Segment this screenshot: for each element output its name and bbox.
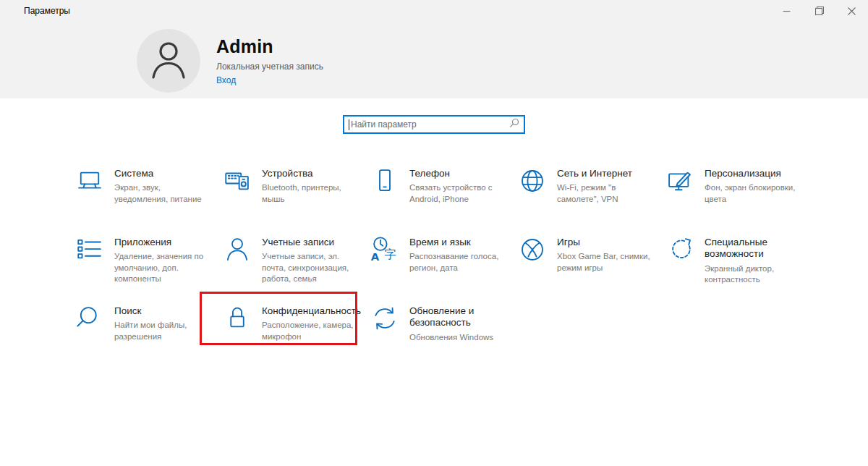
tile-title: Поиск (114, 305, 212, 317)
window-controls (770, 0, 868, 22)
tile-title: Обновление и безопасность (409, 305, 507, 329)
tile-time-language[interactable]: A 字 Время и язык Распознавание голоса, р… (359, 230, 507, 299)
settings-window: Параметры (0, 0, 868, 466)
tile-ease-of-access[interactable]: Специальные возможности Экранный диктор,… (655, 230, 802, 299)
network-icon (517, 166, 548, 196)
phone-icon (370, 166, 400, 196)
tile-privacy[interactable]: Конфиденциальность Расположение, камера,… (212, 299, 359, 368)
tile-subtitle: Расположение, камера, микрофон (262, 320, 361, 342)
svg-text:字: 字 (384, 247, 396, 261)
tile-subtitle: Распознавание голоса, регион, дата (409, 251, 507, 273)
search-box[interactable] (343, 115, 525, 134)
svg-text:A: A (371, 250, 380, 263)
accounts-icon (222, 234, 252, 265)
tile-system[interactable]: Система Экран, звук, уведомления, питани… (64, 161, 212, 230)
tile-accounts[interactable]: Учетные записи Учетные записи, эл. почта… (212, 230, 359, 299)
tile-subtitle: Удаление, значения по умолчанию, доп. ко… (114, 251, 212, 284)
tile-subtitle: Найти мои файлы, разрешения (114, 320, 212, 342)
tile-subtitle: Обновления Windows (409, 332, 507, 343)
account-type-label: Локальная учетная запись (216, 62, 323, 72)
tile-subtitle: Связать устройство с Android, iPhone (409, 182, 507, 204)
restore-icon (815, 7, 824, 15)
apps-icon (75, 234, 105, 265)
restore-button[interactable] (803, 0, 835, 22)
gaming-icon (517, 234, 548, 265)
user-name: Admin (216, 36, 323, 57)
tile-network[interactable]: Сеть и Интернет Wi-Fi, режим "в самолете… (507, 161, 655, 230)
settings-tile-grid: Система Экран, звук, уведомления, питани… (64, 161, 804, 368)
tile-subtitle: Wi-Fi, режим "в самолете", VPN (557, 182, 655, 204)
tile-title: Телефон (409, 168, 507, 179)
minimize-icon (783, 7, 791, 15)
user-account-section: Admin Локальная учетная запись Вход (137, 29, 323, 93)
person-silhouette-icon (150, 38, 187, 83)
devices-icon (222, 166, 252, 196)
tile-gaming[interactable]: Игры Xbox Game Bar, снимки, режим игры (507, 230, 655, 299)
search-tile-icon (75, 303, 105, 334)
tile-search[interactable]: Поиск Найти мои файлы, разрешения (64, 299, 212, 368)
titlebar: Параметры (0, 0, 868, 22)
tile-subtitle: Xbox Game Bar, снимки, режим игры (557, 251, 655, 273)
tile-title: Специальные возможности (705, 237, 802, 260)
tile-update-security[interactable]: Обновление и безопасность Обновления Win… (359, 299, 507, 368)
tile-title: Время и язык (409, 237, 507, 248)
tile-subtitle: Фон, экран блокировки, цвета (705, 182, 802, 204)
tile-title: Учетные записи (262, 237, 359, 248)
system-icon (75, 166, 105, 196)
user-info: Admin Локальная учетная запись Вход (216, 29, 323, 85)
ease-of-access-icon (665, 234, 695, 265)
tile-title: Персонализация (705, 168, 802, 179)
time-language-icon: A 字 (370, 234, 400, 265)
update-security-icon (370, 303, 400, 334)
search-row (0, 115, 868, 134)
tile-title: Игры (557, 237, 655, 248)
tile-subtitle: Bluetooth, принтеры, мышь (262, 182, 359, 204)
close-button[interactable] (835, 0, 868, 22)
tile-subtitle: Экранный диктор, контрастность (705, 263, 802, 285)
personalization-icon (665, 166, 695, 196)
tile-subtitle: Учетные записи, эл. почта, синхронизация… (262, 251, 359, 284)
tile-personalization[interactable]: Персонализация Фон, экран блокировки, цв… (655, 161, 802, 230)
sign-in-link[interactable]: Вход (216, 75, 323, 85)
privacy-lock-icon (222, 303, 252, 334)
minimize-button[interactable] (770, 0, 803, 22)
avatar[interactable] (137, 29, 200, 93)
tile-devices[interactable]: Устройства Bluetooth, принтеры, мышь (212, 161, 359, 230)
tile-phone[interactable]: Телефон Связать устройство с Android, iP… (359, 161, 507, 230)
search-icon[interactable] (509, 118, 519, 131)
header: Параметры (0, 0, 868, 98)
search-input[interactable] (351, 119, 506, 130)
tile-title: Устройства (262, 168, 359, 179)
text-caret (349, 119, 349, 130)
tile-title: Конфиденциальность (262, 305, 361, 317)
window-title: Параметры (24, 6, 70, 16)
tile-title: Система (114, 168, 212, 179)
tile-title: Сеть и Интернет (557, 168, 655, 179)
tile-subtitle: Экран, звук, уведомления, питание (114, 182, 212, 204)
tile-apps[interactable]: Приложения Удаление, значения по умолчан… (64, 230, 212, 299)
tile-title: Приложения (114, 237, 212, 248)
close-icon (848, 7, 856, 15)
